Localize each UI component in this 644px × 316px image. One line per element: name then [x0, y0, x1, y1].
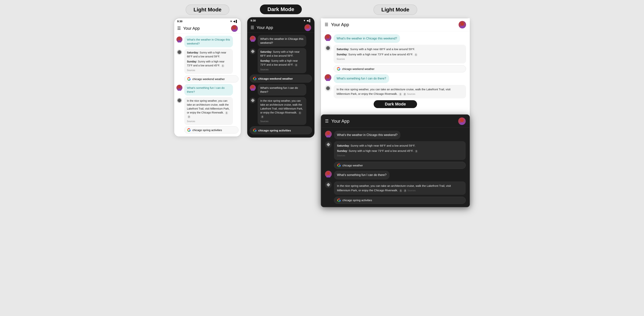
avatar-light[interactable] [231, 25, 238, 32]
t-ai-msg-1-light: Saturday: Sunny with a high near 68°F an… [324, 45, 466, 63]
t-user-bubble-2-light: What's something fun I can do there? [334, 74, 389, 83]
ai-msg-1-dark: Saturday: Sunny with a high near 68°F an… [250, 48, 312, 73]
status-icons-dark: ▼ ◀ ▌ [303, 19, 311, 22]
t-user-avatar-1-light [324, 34, 331, 41]
svg-point-4 [178, 86, 181, 88]
t-ai-avatar-2-dark [325, 181, 332, 188]
t-user-avatar-2-light [324, 74, 331, 81]
chip-1-label-light: chicago weekend weather [192, 77, 225, 81]
t-ai-bubble-1-dark: Saturday: Sunny with a high near 68°F an… [334, 141, 466, 160]
t-ai-msg-2-dark: In the nice spring weather, you can take… [325, 181, 466, 195]
t-ai-bubble-1-light: Saturday: Sunny with a high near 68°F an… [334, 45, 466, 63]
t-footnote-2-dark: 1 [399, 189, 402, 192]
ai-msg-2-light: In the nice spring weather, you can take… [176, 97, 238, 125]
ai-msg-1-light: Saturday: Sunny with a high near 68°F an… [176, 49, 238, 74]
footnote-1-dark: 1 [295, 63, 298, 66]
t-footnote-1-dark: 1 [415, 150, 418, 153]
sources-label-2-light: Sources [187, 120, 230, 123]
t-user-avatar-2-dark [325, 171, 332, 177]
user-avatar-1-light [176, 36, 182, 42]
search-chip-2-light[interactable]: chicago spring activities [184, 126, 238, 133]
user-bubble-1-light: What's the weather in Chicago this weeke… [184, 36, 233, 47]
t-chip-1-label-dark: chicago weather [342, 164, 363, 167]
t-google-icon-1-light [337, 67, 340, 71]
svg-point-2 [178, 37, 181, 40]
ai-bubble-2-light: In the nice spring weather, you can take… [184, 97, 233, 125]
svg-point-20 [327, 132, 330, 135]
ai-msg-2-dark: In the nice spring weather, you can take… [250, 97, 312, 125]
t-footnote-3-light: 2 [403, 93, 406, 96]
t-sources-2-light: Sources [407, 93, 415, 95]
svg-point-3 [178, 40, 181, 42]
user-msg-1-light: What's the weather in Chicago this weeke… [176, 36, 238, 47]
status-bar-light: 9:30 ▼ ◀ ▌ [174, 18, 241, 23]
avatar-dark[interactable] [304, 24, 311, 31]
tablet-avatar-light[interactable] [458, 21, 466, 28]
sources-label-1-light: Sources [187, 69, 230, 72]
svg-point-1 [232, 29, 237, 32]
t-ai-msg-2-light: In the nice spring weather, you can take… [324, 85, 466, 98]
tablet-app-bar-dark: ☰ Your App [321, 115, 470, 128]
tablet-avatar-dark[interactable] [458, 117, 466, 125]
svg-point-15 [326, 39, 330, 41]
tablet-light: ☰ Your App What's the weat [320, 18, 470, 208]
t-user-msg-2-light: What's something fun I can do there? [324, 74, 466, 83]
tablet-title-dark: Your App [331, 119, 456, 124]
svg-point-6 [306, 25, 309, 28]
svg-point-16 [326, 75, 330, 78]
svg-point-14 [326, 35, 330, 38]
t-saturday-label-dark: Saturday [337, 144, 349, 147]
col-tablet: Light Mode ☰ Your App [320, 4, 470, 260]
ai-avatar-2-light [176, 97, 182, 103]
svg-point-12 [461, 22, 464, 26]
status-time-dark: 9:30 [250, 19, 256, 22]
t-search-chip-1-dark[interactable]: chicago weather [334, 162, 466, 169]
battery-icon-dark: ▌ [309, 19, 311, 22]
hamburger-icon[interactable]: ☰ [177, 26, 181, 31]
t-ai-msg-1-dark: Saturday: Sunny with a high near 68°F an… [325, 141, 466, 160]
t-ai-avatar-2-light [324, 85, 331, 92]
tablet-title-light: Your App [331, 22, 456, 27]
mode-label-light-2: Light Mode [374, 4, 417, 15]
wifi-icon: ▼ [230, 20, 232, 23]
t-user-bubble-1-light: What's the weather in Chicago this weeke… [334, 34, 400, 43]
svg-point-18 [460, 119, 464, 122]
user-bubble-2-light: What's something fun I can do there? [184, 84, 233, 95]
phone-dark: 9:30 ▼ ◀ ▌ ☰ Your App [247, 17, 314, 138]
tablet-dark-overlay: ☰ Your App [321, 114, 470, 207]
app-bar-light: ☰ Your App [174, 23, 241, 33]
user-msg-1-dark: What's the weather in Chicago this weeke… [250, 35, 312, 46]
ai-bubble-2-dark: In the nice spring weather, you can take… [258, 97, 306, 125]
t-search-chip-1-light[interactable]: chicago weekend weather [334, 65, 466, 72]
saturday-label-dark: Saturday [260, 50, 272, 53]
sources-label-1-dark: Sources [260, 68, 304, 71]
t-user-msg-1-light: What's the weather in Chicago this weeke… [324, 34, 466, 43]
t-search-chip-2-dark[interactable]: chicago spring activities [334, 197, 466, 204]
ai-avatar-1-light [176, 49, 182, 55]
t-user-msg-2-dark: What's something fun I can do there? [325, 171, 466, 179]
search-chip-1-dark[interactable]: chicago weekend weather [250, 75, 312, 82]
hamburger-icon-dark[interactable]: ☰ [250, 25, 254, 30]
search-chip-1-light[interactable]: chicago weekend weather [184, 75, 238, 82]
dark-mode-label-overlay: Dark Mode [324, 100, 466, 111]
tablet-chat-light: What's the weather in Chicago this weeke… [321, 31, 470, 107]
t-sunday-label-light: Sunday [336, 53, 347, 56]
tablet-hamburger-light[interactable]: ☰ [324, 22, 328, 27]
t-google-icon-1-dark [337, 163, 341, 167]
footnote-2-light: 1 [225, 111, 228, 114]
chip-1-label-dark: chicago weekend weather [258, 77, 293, 80]
t-ai-avatar-1-light [324, 45, 331, 51]
phone-light: 9:30 ▼ ◀ ▌ ☰ Your App [174, 18, 241, 137]
google-icon-2-light [187, 128, 191, 132]
wifi-icon-dark: ▼ [303, 19, 306, 22]
search-chip-2-dark[interactable]: chicago spring activities [250, 126, 312, 134]
user-avatar-1-dark [250, 36, 256, 42]
sunday-label-light: Sunday [187, 60, 196, 63]
svg-point-0 [233, 26, 236, 29]
svg-point-10 [252, 86, 254, 88]
t-sources-1-dark: Sources [337, 154, 345, 157]
t-ai-bubble-2-light: In the nice spring weather, you can take… [334, 85, 466, 98]
tablet-hamburger-dark[interactable]: ☰ [325, 119, 329, 124]
svg-point-23 [326, 175, 330, 177]
t-chip-1-label-light: chicago weekend weather [342, 67, 374, 70]
